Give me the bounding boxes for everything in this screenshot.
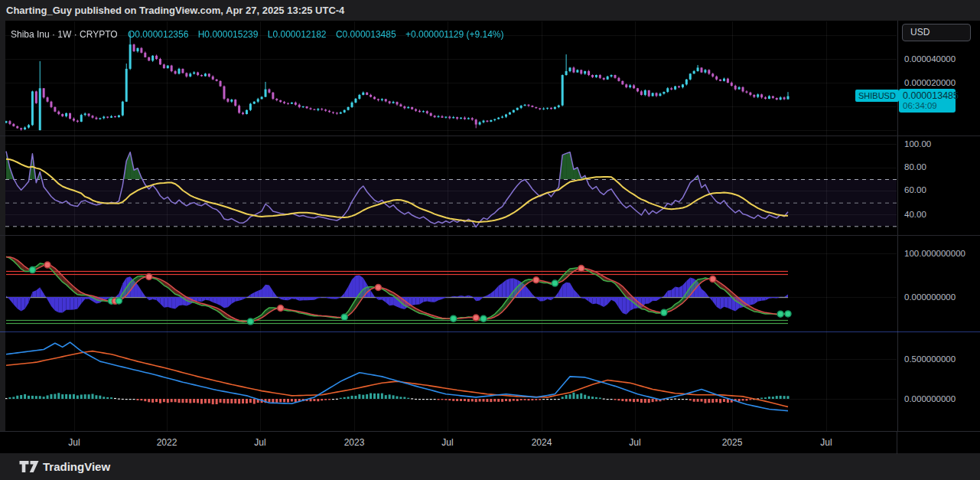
price-axis-label: 0.000000000 [904,394,956,403]
price-axis-label: 60.00 [904,185,926,194]
time-axis-label: Jul [441,437,453,448]
time-scale-corner-divider [897,432,897,454]
price-axis-label: 0.000040000 [904,54,956,64]
time-axis-label: Jul [629,437,640,448]
tradingview-published-chart: Charting_Guy published on TradingView.co… [0,0,980,480]
price-axis-label: 40.00 [904,210,926,219]
time-axis-label: Jul [820,437,832,448]
time-axis-label: 2025 [722,437,743,448]
time-scale[interactable]: Jul2022Jul2023Jul2024Jul2025Jul [0,431,980,453]
chart-canvas[interactable] [0,21,897,431]
time-axis-label: 2022 [157,437,177,448]
last-price-value: 0.000013485 [903,90,952,101]
currency-toggle-button[interactable]: USD [902,24,971,41]
price-scale[interactable]: USD 0.0000400000.000020000100.0080.0060.… [897,21,980,431]
published-line: Charting_Guy published on TradingView.co… [6,5,344,16]
pane-separator-1[interactable] [0,136,980,136]
symbol-price-label: SHIBUSD [855,90,899,102]
price-axis-label: 0.000020000 [904,78,956,87]
pane-separator-2[interactable] [0,235,980,236]
ohlc-open: O0.000012356 [128,29,188,40]
attribution-bar: TradingView [0,453,980,480]
price-axis-label: 0.500000000 [904,354,956,364]
tradingview-logo-icon[interactable] [19,460,41,473]
publish-info-bar: Charting_Guy published on TradingView.co… [0,0,980,21]
time-axis-label: 2024 [532,437,552,448]
time-axis-label: Jul [254,437,265,448]
last-price-badge: 0.000013485 06:34:09 [899,89,956,113]
symbol-ohlc-readout: Shiba Inu · 1W · CRYPTO O0.000012356 H0.… [11,29,511,40]
bar-close-countdown: 06:34:09 [903,101,952,111]
time-axis-label: 2023 [344,437,365,448]
tradingview-brand-link[interactable]: TradingView [43,453,110,480]
price-axis-label: 0.000000000 [904,292,956,302]
chart-area[interactable]: Shiba Inu · 1W · CRYPTO O0.000012356 H0.… [0,21,980,431]
ohlc-close: C0.000013485 [336,29,396,40]
pane-separator-3-active[interactable] [0,331,980,332]
price-axis-label: 100.000000000 [904,249,965,258]
price-axis-label: 100.00 [904,139,931,149]
symbol-title: Shiba Inu · 1W · CRYPTO [11,29,118,40]
time-axis-label: Jul [68,437,80,448]
ohlc-high: H0.000015239 [198,29,259,40]
ohlc-change: +0.000001129 (+9.14%) [405,29,504,40]
price-axis-label: 80.00 [904,162,926,171]
ohlc-low: L0.000012182 [268,29,327,40]
